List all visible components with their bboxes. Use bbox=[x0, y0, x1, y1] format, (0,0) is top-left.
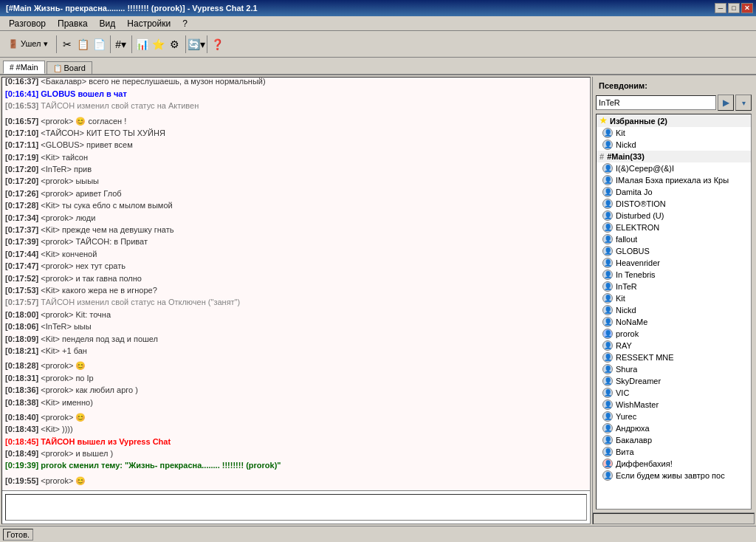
menu-help[interactable]: ? bbox=[176, 17, 193, 30]
list-item[interactable]: 👤Kit bbox=[597, 292, 751, 304]
list-item: [0:18:06] <InTeR> ыыы bbox=[5, 321, 587, 332]
menu-vid[interactable]: Вид bbox=[94, 17, 122, 30]
nick-name: prorok bbox=[616, 329, 639, 338]
nick-name: ІМалая Бэха приехала из Кры bbox=[616, 176, 729, 185]
list-item[interactable]: 👤ІМалая Бэха приехала из Кры bbox=[597, 174, 751, 186]
nick-group-header[interactable]: ★Избранные (2) bbox=[597, 114, 751, 127]
list-item[interactable]: 👤Damita Jo bbox=[597, 186, 751, 198]
status-text: Готов. bbox=[3, 529, 33, 541]
list-item[interactable]: 👤Бакалавр bbox=[597, 434, 751, 446]
h-scrollbar[interactable] bbox=[593, 512, 755, 524]
list-item: [0:16:53] ТАЙСОН изменил свой статус на … bbox=[5, 100, 587, 112]
avatar: 👤 bbox=[602, 423, 613, 433]
list-item[interactable]: 👤I(&)Cepep@(&)I bbox=[597, 162, 751, 174]
list-item[interactable]: 👤Kit bbox=[597, 127, 751, 139]
cut-icon[interactable]: ✂ bbox=[60, 37, 75, 52]
list-item[interactable]: 👤Shura bbox=[597, 363, 751, 375]
chat-input[interactable] bbox=[5, 494, 587, 521]
separator-1 bbox=[56, 35, 57, 53]
list-item[interactable]: 👤In Tenebris bbox=[597, 269, 751, 281]
list-item[interactable]: 👤prorok bbox=[597, 328, 751, 340]
group-label: #Main(33) bbox=[607, 152, 645, 161]
list-item[interactable]: 👤Диффенбахия! bbox=[597, 458, 751, 470]
separator-2 bbox=[110, 35, 111, 53]
nick-name: Диффенбахия! bbox=[616, 459, 673, 468]
list-item: [0:17:39] <prorok> ТАЙСОН: в Приват bbox=[5, 236, 587, 247]
sidebar-label: Псевдоним: bbox=[596, 80, 650, 92]
list-item[interactable]: 👤fallout bbox=[597, 233, 751, 245]
list-item: [0:18:45] ТАЙСОН вышел из Vypress Chat bbox=[5, 436, 587, 447]
list-item[interactable]: 👤DISTO®TION bbox=[597, 198, 751, 210]
list-item[interactable]: 👤VIC bbox=[597, 387, 751, 399]
list-item[interactable]: 👤GLOBUS bbox=[597, 245, 751, 257]
separator-4 bbox=[185, 35, 186, 53]
away-button[interactable]: 🚪 Ушел ▾ bbox=[3, 34, 53, 55]
list-item[interactable]: 👤RESSEKT MNE bbox=[597, 351, 751, 363]
list-item: [0:18:43] <Kit> )))) bbox=[5, 424, 587, 435]
nick-name: Бакалавр bbox=[616, 436, 652, 445]
list-item[interactable]: 👤Yurec bbox=[597, 411, 751, 422]
nick-name: Yurec bbox=[616, 412, 636, 421]
nick-name: Kit bbox=[616, 294, 625, 303]
send-button[interactable]: ▶ bbox=[718, 95, 734, 111]
chat-input-area bbox=[2, 490, 590, 524]
avatar: 👤 bbox=[602, 258, 613, 268]
help-icon[interactable]: ❓ bbox=[210, 37, 225, 52]
chat-messages[interactable]: [0:15:11] Добро пожаловать в Vypress Cha… bbox=[2, 78, 590, 490]
nick-search-input[interactable] bbox=[596, 95, 716, 110]
list-item: [0:17:53] <Kit> какого жера не в игноре? bbox=[5, 285, 587, 296]
list-item[interactable]: 👤Вита bbox=[597, 446, 751, 458]
separator-3 bbox=[131, 35, 132, 53]
hash-icon: # bbox=[599, 152, 604, 161]
list-item[interactable]: 👤Disturbed (U) bbox=[597, 210, 751, 222]
menu-razgovor[interactable]: Разговор bbox=[3, 17, 52, 30]
close-button[interactable]: ✕ bbox=[741, 3, 753, 13]
list-item: [0:17:28] <Kit> ты сука ебло с мылом вым… bbox=[5, 200, 587, 211]
avatar: 👤 bbox=[602, 128, 613, 138]
list-item[interactable]: 👤RAY bbox=[597, 340, 751, 351]
channel-icon[interactable]: #▾ bbox=[114, 37, 128, 52]
maximize-button[interactable]: □ bbox=[728, 3, 740, 13]
list-item[interactable]: 👤WishMaster bbox=[597, 399, 751, 411]
list-item[interactable]: 👤Heavenrider bbox=[597, 257, 751, 269]
hash-icon: # bbox=[10, 64, 14, 72]
nick-list-container: ★Избранные (2)👤Kit👤Nickd##Main(33)👤I(&)C… bbox=[596, 114, 752, 510]
nick-group-header[interactable]: ##Main(33) bbox=[597, 151, 751, 162]
gear-icon[interactable]: ⚙ bbox=[168, 37, 182, 52]
nick-name: Shura bbox=[616, 365, 637, 374]
nick-name: Если будем живы завтро пос bbox=[616, 471, 725, 480]
list-item: [0:17:20] <InTeR> прив bbox=[5, 164, 587, 175]
list-item[interactable]: 👤Nickd bbox=[597, 304, 751, 316]
tab-main[interactable]: # #Main bbox=[3, 61, 45, 74]
nick-list-scroll[interactable]: ★Избранные (2)👤Kit👤Nickd##Main(33)👤I(&)C… bbox=[597, 114, 751, 509]
list-item: [0:18:21] <Kit> +1 бан bbox=[5, 346, 587, 357]
chart-icon[interactable]: 📊 bbox=[135, 37, 150, 52]
tab-board[interactable]: 📋 Board bbox=[47, 61, 92, 74]
refresh-icon[interactable]: 🔄▾ bbox=[189, 37, 204, 52]
list-item: [0:16:37] <Бакалавр> всего не переслушае… bbox=[5, 78, 587, 88]
paste-icon[interactable]: 📄 bbox=[92, 37, 107, 52]
nick-name: Вита bbox=[616, 447, 634, 456]
list-item: [0:17:19] <Kit> тайсон bbox=[5, 152, 587, 163]
list-item[interactable]: 👤Если будем живы завтро пос bbox=[597, 470, 751, 481]
menu-nastrojki[interactable]: Настройки bbox=[121, 17, 176, 30]
tab-board-label: Board bbox=[64, 64, 86, 72]
menu-pravka[interactable]: Правка bbox=[52, 17, 94, 30]
avatar: 👤 bbox=[602, 270, 613, 280]
nick-name: GLOBUS bbox=[616, 247, 650, 255]
list-item[interactable]: 👤NoNaMe bbox=[597, 316, 751, 328]
list-item[interactable]: 👤InTeR bbox=[597, 281, 751, 292]
star-icon[interactable]: ⭐ bbox=[151, 37, 166, 52]
options-button[interactable]: ▾ bbox=[735, 95, 752, 111]
nick-name: Disturbed (U) bbox=[616, 211, 664, 220]
list-item: [0:17:11] <GLOBUS> привет всем bbox=[5, 140, 587, 151]
list-item[interactable]: 👤Андрюха bbox=[597, 422, 751, 434]
list-item: [0:18:36] <prorok> как любил арго ) bbox=[5, 385, 587, 396]
copy-icon[interactable]: 📋 bbox=[76, 37, 91, 52]
separator-5 bbox=[207, 35, 207, 53]
minimize-button[interactable]: ─ bbox=[715, 3, 726, 13]
list-item[interactable]: 👤ELEKTRON bbox=[597, 222, 751, 233]
nick-name: RESSEKT MNE bbox=[616, 353, 674, 362]
list-item[interactable]: 👤Nickd bbox=[597, 139, 751, 151]
list-item[interactable]: 👤SkyDreamer bbox=[597, 375, 751, 387]
